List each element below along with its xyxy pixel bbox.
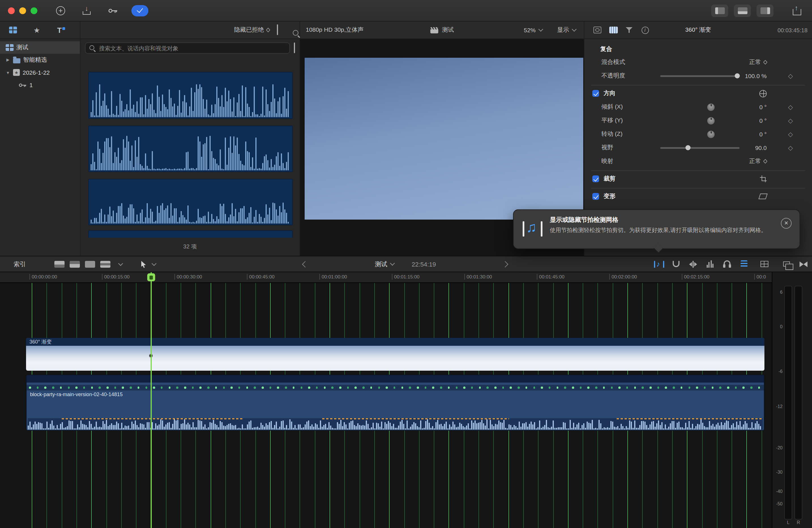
add-circle-button[interactable] [53,4,68,17]
audio-monitor-button[interactable] [720,258,734,270]
minimize-button[interactable] [19,7,26,14]
opacity-row: 不透明度 100.0 % [584,69,812,83]
disclosure-collapsed-icon[interactable] [6,58,10,62]
timeline-back-button[interactable] [302,261,309,267]
share-button[interactable] [789,4,804,17]
meter-scale-label: -20 [772,445,783,451]
zoom-dropdown[interactable]: 52% [524,27,542,33]
timeline-ruler[interactable]: 00:00:00:0000:00:15:0000:00:30:0000:00:4… [0,272,772,283]
slider-thumb[interactable] [685,145,691,150]
beat-marker-dot [409,386,411,388]
blend-mode-row: 混合模式 正常 [584,56,812,69]
audio-clip-thumbnail-3[interactable] [88,179,293,225]
chevron-down-icon[interactable] [118,261,123,266]
crop-tool-icon[interactable] [760,175,767,182]
mapping-popup[interactable]: 正常 [740,157,779,165]
fov-value[interactable]: 90.0 [740,144,779,151]
connect-clip-icon[interactable] [54,261,64,267]
filter-dropdown[interactable]: 隐藏已拒绝 [234,26,270,34]
orientation-globe-icon[interactable] [759,90,767,97]
info-tab[interactable] [639,24,651,36]
audio-clip-thumbnail-1[interactable] [88,72,293,119]
compositing-section-label: 复合 [600,45,612,53]
libraries-tab[interactable] [7,24,19,36]
audio-clip-thumbnail-2[interactable] [88,126,293,172]
timeline-project-switcher[interactable]: 测试 [375,260,394,268]
video-canvas[interactable] [305,58,583,220]
filter-tab[interactable] [623,24,635,36]
show-hide-panes-button[interactable] [780,258,793,270]
playhead[interactable] [150,272,152,528]
fov-label: 视野 [601,144,613,152]
roll-value[interactable]: 0 ° [740,131,779,137]
opacity-value[interactable]: 100.0 % [740,72,779,79]
audio-clip[interactable]: block-party-ra-main-version-02-40-14815 [26,375,765,431]
timeline-forward-button[interactable] [502,261,508,267]
search-field[interactable] [85,42,290,54]
audio-clip-thumbnail-4[interactable] [88,230,293,238]
disclosure-expanded-icon[interactable] [6,71,10,74]
orientation-checkbox[interactable] [592,90,599,97]
tilt-dial[interactable] [707,103,715,111]
slider-thumb[interactable] [735,73,740,78]
insert-clip-icon[interactable] [70,261,80,267]
playhead-handle[interactable] [147,273,155,281]
keyframe-diamond-icon[interactable] [788,130,793,138]
display-dropdown[interactable]: 显示 [557,26,576,34]
timeline-canvas[interactable]: 360° 渐变 block-party-ra-main-version-02-4… [0,283,772,528]
snapping-button[interactable] [669,258,683,270]
distort-checkbox[interactable] [592,193,599,200]
crop-checkbox[interactable] [592,175,599,182]
close-button[interactable] [8,7,15,14]
star-tab[interactable] [31,24,43,36]
beat-marker-dot [262,386,264,388]
append-clip-icon[interactable] [85,261,95,267]
audio-skimming-button[interactable] [703,258,717,270]
search-input[interactable] [99,45,286,51]
audio-meters: 60-6-12-20-30-40-50 L R [772,272,812,528]
edit-layout-button[interactable] [734,4,751,17]
import-media-button[interactable] [79,4,94,17]
adjust-layout-button[interactable] [756,4,773,17]
titles-generators-tab[interactable] [54,24,67,36]
zoom-button[interactable] [31,7,38,14]
organize-layout-button[interactable] [711,4,728,17]
index-button[interactable]: 索引 [14,260,26,268]
tool-selector[interactable] [141,260,156,268]
pan-dial[interactable] [707,117,715,124]
filter-hud-button[interactable] [294,43,295,53]
close-icon[interactable] [781,218,792,229]
keyframe-diamond-icon[interactable] [788,117,793,124]
transitions-browser-button[interactable] [797,258,810,270]
audio-lanes-button[interactable] [737,258,751,270]
tilt-row: 倾斜 (X) 0 ° [584,100,812,114]
beat-marker-dot [603,386,605,388]
tilt-value[interactable]: 0 ° [740,104,779,111]
keyword-editor-button[interactable] [105,4,120,17]
keyframe-diamond-icon[interactable] [788,72,793,79]
roll-dial[interactable] [707,130,715,138]
keyword-collection-row[interactable]: 1 [0,79,80,91]
effects-tab[interactable] [591,24,604,36]
pan-value[interactable]: 0 ° [740,117,779,124]
background-tasks-button[interactable] [131,4,148,17]
video-tab[interactable] [607,24,620,36]
beat-marker-dot [238,386,241,388]
overwrite-clip-icon[interactable] [100,261,111,267]
clip-appearance-button[interactable] [758,258,771,270]
fov-slider[interactable] [660,147,740,149]
event-row[interactable]: 2026-1-22 [0,66,80,79]
opacity-slider[interactable] [660,75,740,77]
keyframe-diamond-icon[interactable] [788,144,793,151]
distort-tool-icon[interactable] [758,193,768,199]
smart-collections-row[interactable]: 智能精选 [0,54,80,66]
trim-button[interactable] [686,258,700,270]
video-clip[interactable]: 360° 渐变 [26,338,765,371]
keyframe-diamond-icon[interactable] [788,103,793,111]
blend-mode-popup[interactable]: 正常 [740,58,779,66]
popup-chevrons-icon [267,28,270,32]
beat-grid-button[interactable] [652,258,666,270]
library-row[interactable]: 测试 [0,41,80,54]
filmstrip-view-button[interactable] [277,25,278,35]
ruler-label: 00:00:45:00 [247,274,275,280]
